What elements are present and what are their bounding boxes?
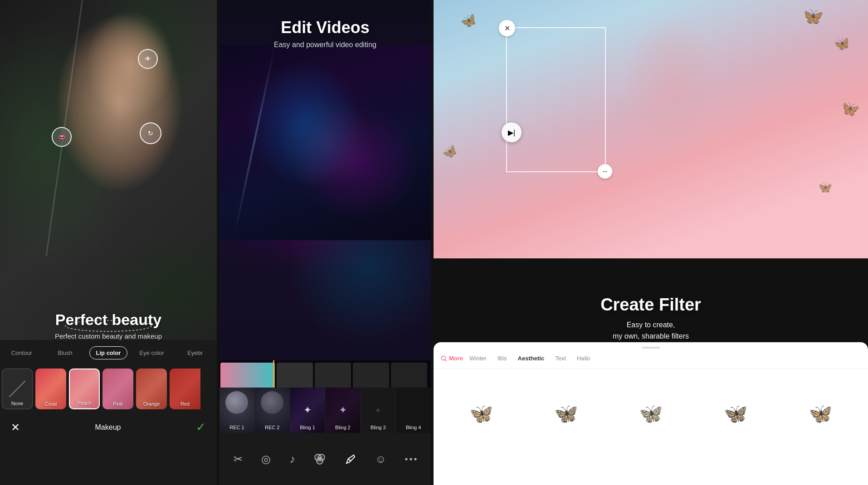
butterfly-item-5[interactable]: 🦋 [780, 373, 861, 454]
svg-point-5 [410, 458, 412, 460]
confirm-button[interactable]: ✓ [196, 420, 206, 434]
thumb-label-bling2: Bling 2 [335, 425, 351, 430]
remove-button[interactable]: ✕ [499, 20, 515, 36]
makeup-panel: Contour Blush Lip color Eye color Eyebr … [0, 340, 217, 485]
butterfly-grid-row1: 🦋 🦋 🦋 🦋 🦋 [434, 369, 868, 459]
makeup-label: Makeup [95, 423, 121, 432]
swatch-orange[interactable]: Orange [136, 369, 167, 409]
filter-tab-bar: More Winter 90s Aesthetic Text Hallo [434, 349, 868, 369]
more-tool[interactable] [405, 458, 417, 461]
cut-tool[interactable]: ✂ [234, 453, 243, 466]
swatch-label-peach: Peach [77, 400, 91, 406]
filter-bottom-panel: More Winter 90s Aesthetic Text Hallo 🦋 🦋 [434, 342, 868, 485]
tab-eyebrow[interactable]: Eyebr [173, 349, 217, 356]
panel-videos: ✦ ✦ ✦ ✦ ✧ ✧ Edit Videos Easy and powerfu… [217, 0, 434, 485]
butterfly-item-4[interactable]: 🦋 [695, 373, 776, 454]
swatch-label-pink: Pink [113, 401, 122, 407]
selection-box[interactable]: ✕ ↔ [506, 27, 606, 172]
thumb-label-bling4: Bling 4 [406, 425, 421, 430]
tab-aesthetic[interactable]: Aesthetic [513, 353, 549, 364]
moon-icon [225, 391, 248, 414]
lip-circle[interactable]: 👄 [52, 127, 72, 147]
butterfly-item-8[interactable]: 🦋 [610, 459, 692, 485]
thumbnail-strip: REC 1 REC 2 ✦ Bling 1 ✦ Bling 2 ✧ [219, 388, 431, 433]
butterfly-item-6[interactable]: 🦋 [441, 459, 522, 485]
lip-icon: 👄 [58, 133, 66, 141]
butterfly-deco-5: 🦋 [440, 142, 459, 162]
swatch-label-orange: Orange [143, 401, 160, 407]
beauty-subtitle: Perfect custom beauty and makeup [0, 332, 217, 340]
butterfly-item-7[interactable]: 🦋 [526, 459, 607, 485]
timer-tool[interactable]: ◎ [261, 453, 271, 466]
video-title: Edit Videos [219, 18, 431, 37]
swatch-peach[interactable]: Peach [69, 369, 100, 409]
rotate-circle[interactable]: ↻ [140, 122, 161, 144]
close-button[interactable]: ✕ [11, 421, 20, 434]
video-subtitle: Easy and powerful video editing [219, 41, 431, 49]
tab-eyecolor[interactable]: Eye color [130, 349, 174, 356]
svg-point-6 [414, 458, 417, 460]
music-tool[interactable]: ♪ [290, 453, 295, 466]
butterfly-deco-4: 🦋 [838, 97, 862, 120]
filter-background: 🦋 🦋 🦋 🦋 🦋 🦋 ✕ ↔ ▶| [434, 0, 868, 258]
butterfly-item-1[interactable]: 🦋 [441, 373, 522, 454]
butterfly-grid-row2: 🦋 🦋 🦋 🦋 🦋 [434, 459, 868, 485]
butterfly-deco-3: 🦋 [833, 35, 851, 53]
butterfly-deco-2: 🦋 [800, 5, 824, 28]
video-lighting [219, 45, 431, 240]
svg-point-4 [405, 458, 408, 460]
search-more-tab[interactable]: More [441, 355, 463, 362]
beauty-title: Perfect beauty [0, 311, 217, 329]
moon-icon-2 [261, 391, 283, 414]
layer-tool[interactable] [314, 453, 326, 465]
eye-icon: 👁 [145, 55, 151, 63]
panel-beauty: 👁 👄 ↻ Perfect beauty Perfect custom beau… [0, 0, 217, 485]
tab-hallo[interactable]: Hallo [572, 353, 595, 364]
thumb-bling4[interactable]: Bling 4 [396, 388, 431, 433]
video-header: Edit Videos Easy and powerful video edit… [219, 18, 431, 49]
butterfly-deco-6: 🦋 [817, 180, 833, 195]
tab-lipcolor[interactable]: Lip color [87, 346, 130, 359]
tab-text[interactable]: Text [551, 353, 571, 364]
swatch-red[interactable]: Red [170, 369, 200, 409]
video-toolbar: ✂ ◎ ♪ ☺ [219, 433, 431, 485]
thumb-bling1[interactable]: ✦ Bling 1 [290, 388, 326, 433]
svg-point-3 [317, 458, 323, 464]
draw-tool[interactable] [345, 453, 356, 465]
swatch-label-none: None [11, 401, 23, 406]
color-swatch-row: None Coral Peach Pink Orange Red [0, 364, 217, 414]
face-tool[interactable]: ☺ [375, 453, 386, 466]
eye-adjustment-circle[interactable]: 👁 [138, 49, 158, 69]
thumb-rec2[interactable]: REC 2 [255, 388, 290, 433]
butterfly-item-9[interactable]: 🦋 [695, 459, 776, 485]
rotate-icon: ↻ [148, 130, 153, 137]
thumb-label-rec1: REC 1 [229, 425, 244, 430]
thumb-rec1[interactable]: REC 1 [219, 388, 255, 433]
search-icon [441, 355, 447, 362]
swatch-coral[interactable]: Coral [35, 369, 66, 409]
makeup-tab-bar: Contour Blush Lip color Eye color Eyebr [0, 340, 217, 364]
filter-title: Create Filter [434, 295, 868, 315]
thumb-bling2[interactable]: ✦ Bling 2 [325, 388, 361, 433]
butterfly-item-2[interactable]: 🦋 [526, 373, 607, 454]
makeup-action-bar: ✕ Makeup ✓ [0, 414, 217, 441]
tab-contour[interactable]: Contour [0, 349, 44, 356]
beauty-text-block: Perfect beauty Perfect custom beauty and… [0, 311, 217, 340]
butterfly-item-10[interactable]: 🦋 [780, 459, 861, 485]
tab-winter[interactable]: Winter [465, 353, 491, 364]
filter-text-block: Create Filter Easy to create, my own, sh… [434, 295, 868, 342]
thumb-bling3[interactable]: ✧ Bling 3 [361, 388, 396, 433]
butterfly-deco-1: 🦋 [458, 11, 478, 31]
swatch-label-red: Red [180, 401, 190, 407]
butterfly-item-3[interactable]: 🦋 [610, 373, 692, 454]
tab-90s[interactable]: 90s [493, 353, 512, 364]
play-pause-control[interactable]: ▶| [502, 122, 522, 142]
face-image [0, 0, 217, 258]
swatch-none[interactable]: None [2, 369, 33, 409]
swatch-pink[interactable]: Pink [102, 369, 133, 409]
tab-blush[interactable]: Blush [44, 349, 87, 356]
filter-subtitle: Easy to create, my own, sharable filters [434, 319, 868, 342]
video-content [219, 45, 431, 240]
resize-handle[interactable]: ↔ [598, 164, 612, 179]
thumb-label-bling3: Bling 3 [371, 425, 386, 430]
